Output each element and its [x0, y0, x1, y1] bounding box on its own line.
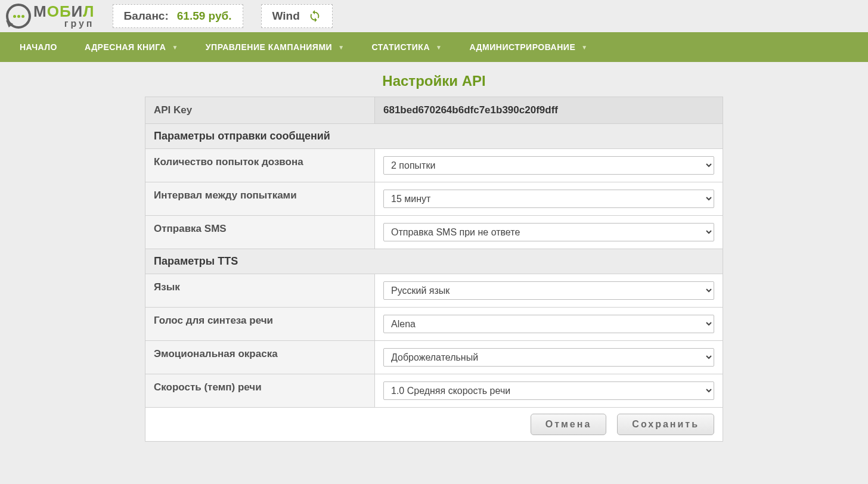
nav-item-campaigns[interactable]: УПРАВЛЕНИЕ КАМПАНИЯМИ ▼ [192, 32, 358, 62]
save-button[interactable]: Сохранить [617, 414, 714, 435]
chevron-down-icon: ▼ [338, 44, 344, 51]
balance-widget: Баланс: 61.59 руб. [113, 4, 243, 28]
api-settings-form: API Key 681bed670264b6dfc7e1b390c20f9dff… [145, 97, 723, 442]
attempts-label: Количество попыток дозвона [145, 149, 375, 182]
nav-label: УПРАВЛЕНИЕ КАМПАНИЯМИ [206, 42, 332, 52]
voice-select[interactable]: Alena [383, 315, 714, 333]
nav-item-admin[interactable]: АДМИНИСТРИРОВАНИЕ ▼ [455, 32, 601, 62]
voice-row: Голос для синтеза речи Alena [145, 308, 723, 341]
attempts-row: Количество попыток дозвона 2 попытки [145, 149, 723, 182]
interval-label: Интервал между попытками [145, 182, 375, 215]
nav-item-addressbook[interactable]: АДРЕСНАЯ КНИГА ▼ [71, 32, 192, 62]
voice-label: Голос для синтеза речи [145, 308, 375, 340]
page-title: Настройки API [0, 62, 868, 97]
interval-select[interactable]: 15 минут [383, 190, 714, 208]
nav-label: АДРЕСНАЯ КНИГА [85, 42, 166, 52]
speed-label: Скорость (темп) речи [145, 374, 375, 407]
nav-label: СТАТИСТИКА [372, 42, 430, 52]
sms-select[interactable]: Отправка SMS при не ответе [383, 223, 714, 241]
section-send-params: Параметры отправки сообщений [145, 124, 723, 149]
section-tts-params: Параметры TTS [145, 249, 723, 274]
nav-item-stats[interactable]: СТАТИСТИКА ▼ [358, 32, 456, 62]
wind-label: Wind [272, 10, 300, 23]
sms-label: Отправка SMS [145, 216, 375, 249]
chevron-down-icon: ▼ [436, 44, 442, 51]
refresh-icon[interactable] [308, 10, 321, 23]
sms-row: Отправка SMS Отправка SMS при не ответе [145, 216, 723, 249]
logo-text: МОБИЛ груп [33, 4, 95, 29]
speed-select[interactable]: 1.0 Средняя скорость речи [383, 381, 714, 400]
language-label: Язык [145, 274, 375, 307]
emotion-label: Эмоциональная окраска [145, 341, 375, 374]
interval-row: Интервал между попытками 15 минут [145, 182, 723, 216]
nav-label: АДМИНИСТРИРОВАНИЕ [469, 42, 575, 52]
speed-row: Скорость (темп) речи 1.0 Средняя скорост… [145, 374, 723, 408]
logo-bubble-icon [6, 4, 31, 29]
chevron-down-icon: ▼ [172, 44, 178, 51]
language-row: Язык Русский язык [145, 274, 723, 308]
api-key-label: API Key [145, 97, 375, 123]
nav-label: НАЧАЛО [20, 42, 57, 52]
main-nav: НАЧАЛО АДРЕСНАЯ КНИГА ▼ УПРАВЛЕНИЕ КАМПА… [0, 32, 868, 62]
nav-item-home[interactable]: НАЧАЛО [6, 32, 71, 62]
api-key-row: API Key 681bed670264b6dfc7e1b390c20f9dff [145, 97, 723, 124]
wind-widget: Wind [261, 4, 333, 28]
cancel-button[interactable]: Отмена [531, 414, 607, 435]
emotion-select[interactable]: Доброжелательный [383, 348, 714, 367]
balance-amount: 61.59 руб. [177, 10, 232, 23]
button-row: Отмена Сохранить [145, 408, 723, 441]
balance-label: Баланс: [124, 10, 169, 23]
top-bar: МОБИЛ груп Баланс: 61.59 руб. Wind [0, 0, 868, 32]
logo[interactable]: МОБИЛ груп [6, 4, 95, 29]
chevron-down-icon: ▼ [581, 44, 587, 51]
api-key-value: 681bed670264b6dfc7e1b390c20f9dff [375, 97, 723, 123]
language-select[interactable]: Русский язык [383, 281, 714, 300]
attempts-select[interactable]: 2 попытки [383, 156, 714, 175]
emotion-row: Эмоциональная окраска Доброжелательный [145, 341, 723, 374]
